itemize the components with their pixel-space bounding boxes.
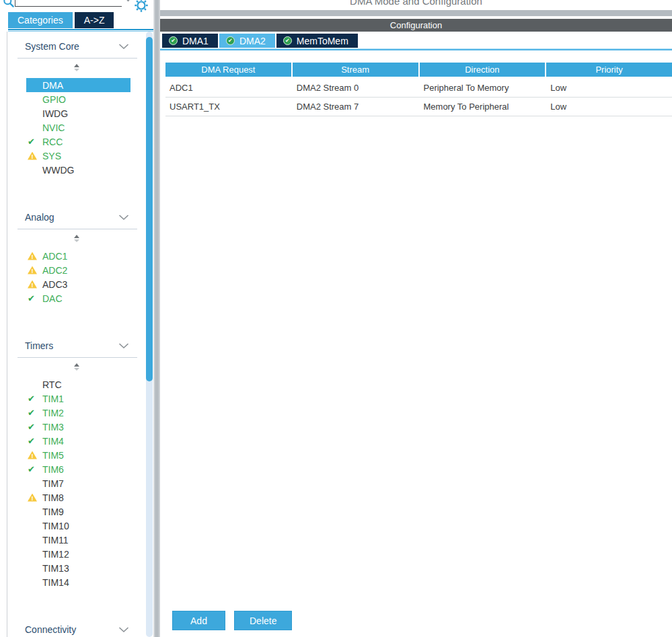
sidebar-item-label: DMA: [42, 80, 63, 91]
sidebar-section: Timers RTC TIM1 TIM2 TIM3 TIM4 TIM5 TIM6: [17, 340, 137, 589]
sidebar-item-adc1[interactable]: ADC1: [26, 249, 130, 263]
section-items: RTC TIM1 TIM2 TIM3 TIM4 TIM5 TIM6 TIM7 T…: [26, 377, 137, 589]
sidebar-item-nvic[interactable]: NVIC: [26, 120, 130, 135]
sort-spinner-icon[interactable]: [74, 64, 81, 71]
search-icon: [2, 0, 15, 9]
sort-down-arrow: [74, 368, 79, 371]
sidebar-scrollbar-track[interactable]: [146, 32, 153, 637]
panel-divider: [153, 0, 160, 637]
sort-up-arrow: [74, 363, 79, 367]
section-header[interactable]: System Core: [17, 41, 137, 59]
sidebar-item-dma[interactable]: DMA: [26, 78, 130, 92]
sidebar-item-tim5[interactable]: TIM5: [26, 448, 130, 462]
sidebar-item-tim9[interactable]: TIM9: [26, 504, 130, 519]
sidebar-item-label: TIM8: [42, 492, 64, 503]
sidebar-item-label: TIM5: [42, 450, 64, 461]
sidebar-item-label: TIM14: [42, 577, 69, 588]
table-row[interactable]: USART1_TXDMA2 Stream 7Memory To Peripher…: [165, 98, 672, 116]
peripheral-tree-panel: System Core DMA GPIO IWDG NVIC RCC SYS W…: [7, 32, 153, 637]
tab-categories[interactable]: Categories: [8, 12, 73, 28]
sidebar-item-tim13[interactable]: TIM13: [26, 561, 130, 575]
item-status-icon: [26, 494, 42, 502]
sidebar-item-label: TIM6: [42, 464, 64, 475]
section-header[interactable]: Analog: [17, 212, 137, 229]
column-header: Priority: [546, 63, 672, 77]
section-header[interactable]: Timers: [17, 340, 137, 358]
check-icon: [28, 294, 35, 303]
item-status-icon: [26, 408, 42, 418]
sidebar-item-iwdg[interactable]: IWDG: [26, 106, 130, 120]
sidebar-item-tim8[interactable]: TIM8: [26, 490, 130, 504]
item-status-icon: [26, 252, 42, 260]
sidebar-item-label: TIM9: [42, 507, 64, 517]
column-header: Stream: [293, 63, 418, 77]
sidebar-item-tim11[interactable]: TIM11: [26, 533, 130, 547]
tab-dma1[interactable]: DMA1: [162, 34, 218, 48]
sidebar-section: Analog ADC1 ADC2 ADC3 DAC: [17, 212, 137, 305]
table-cell: USART1_TX: [165, 102, 291, 112]
sidebar-item-tim10[interactable]: TIM10: [26, 519, 130, 533]
sidebar-item-label: TIM11: [42, 535, 69, 546]
sidebar-scrollbar-thumb[interactable]: [146, 37, 153, 381]
item-status-icon: [26, 266, 42, 274]
item-status-icon: [26, 437, 42, 446]
check-badge-icon: [283, 36, 292, 45]
sidebar-item-label: TIM7: [42, 478, 64, 489]
dma-table-body: ADC1DMA2 Stream 0Peripheral To MemoryLow…: [165, 79, 672, 116]
warning-icon: [28, 252, 37, 260]
sidebar-item-tim4[interactable]: TIM4: [26, 434, 130, 448]
sort-up-arrow: [74, 235, 79, 238]
title-separator-bar: [160, 10, 672, 16]
add-button[interactable]: Add: [172, 611, 225, 630]
sidebar-item-adc3[interactable]: ADC3: [26, 277, 130, 291]
search-input[interactable]: [15, 0, 125, 6]
sidebar-item-tim12[interactable]: TIM12: [26, 547, 130, 561]
item-status-icon: [26, 137, 42, 147]
section-title: Connectivity: [25, 624, 76, 635]
sidebar-item-gpio[interactable]: GPIO: [26, 92, 130, 106]
sort-down-arrow: [74, 69, 79, 71]
config-tab-label: DMA1: [182, 36, 209, 46]
sort-spinner-icon[interactable]: [74, 363, 81, 371]
sidebar-item-adc2[interactable]: ADC2: [26, 263, 130, 277]
sidebar-item-rtc[interactable]: RTC: [26, 377, 130, 391]
sidebar-item-tim6[interactable]: TIM6: [26, 462, 130, 476]
sidebar-item-tim7[interactable]: TIM7: [26, 476, 130, 490]
sidebar-item-dac[interactable]: DAC: [26, 291, 130, 305]
sidebar-item-tim14[interactable]: TIM14: [26, 575, 130, 589]
sidebar-item-wwdg[interactable]: WWDG: [26, 163, 130, 177]
section-title: Analog: [25, 212, 54, 223]
combo-chevron-down-icon[interactable]: [125, 0, 131, 2]
dma-table-header: DMA RequestStreamDirectionPriority: [165, 63, 672, 77]
delete-button[interactable]: Delete: [234, 611, 292, 630]
sidebar-item-label: SYS: [42, 151, 61, 161]
config-tabs-underline: [160, 48, 672, 50]
tab-a-to-z[interactable]: A->Z: [75, 12, 114, 28]
sidebar-item-tim3[interactable]: TIM3: [26, 420, 130, 434]
column-header: Direction: [420, 63, 546, 77]
table-cell: DMA2 Stream 7: [293, 102, 418, 112]
dma-config-panel: DMA Mode and Configuration Configuration…: [160, 0, 672, 637]
item-status-icon: [26, 465, 42, 474]
item-status-icon: [26, 294, 42, 303]
sidebar-item-tim1[interactable]: TIM1: [26, 391, 130, 406]
tab-memtomem[interactable]: MemToMem: [276, 34, 358, 48]
item-status-icon: [26, 394, 42, 404]
sidebar-item-label: NVIC: [42, 122, 65, 133]
section-header[interactable]: Connectivity: [17, 624, 137, 637]
warning-icon: [28, 451, 37, 459]
gear-icon[interactable]: [134, 0, 149, 13]
sidebar-item-label: TIM2: [42, 408, 64, 418]
sidebar-item-rcc[interactable]: RCC: [26, 135, 130, 149]
table-row[interactable]: ADC1DMA2 Stream 0Peripheral To MemoryLow: [165, 79, 672, 98]
tab-dma2[interactable]: DMA2: [219, 34, 275, 48]
sidebar-item-label: TIM1: [42, 394, 64, 404]
search-field-wrapper: [15, 0, 122, 7]
sidebar-section: System Core DMA GPIO IWDG NVIC RCC SYS W…: [17, 41, 137, 177]
sidebar-sections: System Core DMA GPIO IWDG NVIC RCC SYS W…: [7, 32, 143, 637]
sidebar-item-label: IWDG: [42, 108, 68, 119]
sort-spinner-icon[interactable]: [74, 235, 81, 242]
sidebar-item-label: ADC1: [42, 251, 67, 262]
sidebar-item-sys[interactable]: SYS: [26, 149, 130, 163]
sidebar-item-tim2[interactable]: TIM2: [26, 406, 130, 420]
